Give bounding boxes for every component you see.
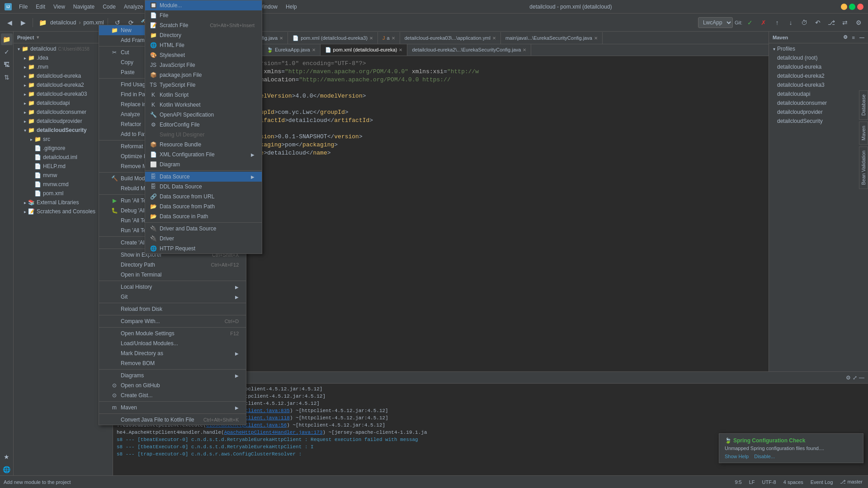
cursor-position[interactable]: 9:5: [733, 479, 743, 485]
sidebar-structure-icon[interactable]: 🏗: [1, 59, 13, 70]
maven-api[interactable]: detailcloudapi: [769, 89, 868, 99]
git-revert[interactable]: ↶: [812, 17, 824, 28]
tree-item-gitignore[interactable]: ▸ 📄 .gitignore: [14, 144, 113, 153]
tree-item-mvnwcmd[interactable]: ▸ 📄 mvnw.cmd: [14, 180, 113, 189]
maven-eureka[interactable]: detailcloud-eureka: [769, 62, 868, 71]
git-check[interactable]: ✓: [744, 17, 756, 28]
sidebar-commit-icon[interactable]: ✓: [1, 46, 13, 58]
tab-close-btn[interactable]: ✕: [392, 36, 395, 41]
sub-datasource-url[interactable]: 🔗 Data Source from URL: [145, 192, 262, 202]
sub-ts[interactable]: TS TypeScript File: [145, 80, 262, 90]
tree-item-help[interactable]: ▸ 📄 HELP.md: [14, 162, 113, 171]
sidebar-favorites-icon[interactable]: ★: [1, 451, 13, 463]
settings-button[interactable]: ⚙: [853, 17, 864, 28]
tree-item-iml[interactable]: ▸ 📄 detailcloud.iml: [14, 153, 113, 162]
event-log[interactable]: Event Log: [809, 479, 835, 485]
disable-link[interactable]: Disable...: [754, 454, 775, 459]
ctx-reload-disk[interactable]: Reload from Disk: [99, 304, 246, 314]
tree-item-scratches[interactable]: ▸ 📝 Scratches and Consoles: [14, 207, 113, 216]
sub-openapi[interactable]: 🔧 OpenAPI Specification: [145, 110, 262, 120]
ctx-compare[interactable]: Compare With... Ctrl+D: [99, 316, 246, 326]
show-help-link[interactable]: Show Help: [725, 454, 749, 459]
git-branch[interactable]: ⎇ master: [838, 479, 864, 485]
sub-http-request[interactable]: 🌐 HTTP Request: [145, 244, 262, 253]
run-config-combo[interactable]: LwcApp: [698, 17, 733, 28]
encoding[interactable]: UTF-8: [760, 479, 778, 485]
sub-resource-bundle[interactable]: 📦 Resource Bundle: [145, 140, 262, 150]
sidebar-project-icon[interactable]: 📁: [1, 33, 13, 45]
tab-close-btn[interactable]: ✕: [279, 36, 283, 41]
tree-item-eureka03[interactable]: ▸ 📁 detailcloud-eureka03: [14, 89, 113, 99]
git-history[interactable]: ⏱: [798, 17, 810, 28]
git-branch[interactable]: ⎇: [826, 17, 837, 28]
vtab-maven[interactable]: Maven: [859, 122, 868, 145]
git-push[interactable]: ↑: [771, 17, 783, 28]
sub-datasource[interactable]: 🗄 Data Source ▶: [145, 172, 262, 182]
tree-item-eureka2[interactable]: ▸ 📁 detailcloud-eureka2: [14, 80, 113, 89]
tree-item-pom[interactable]: ▸ 📄 pom.xml: [14, 189, 113, 198]
menu-help[interactable]: Help: [282, 3, 301, 11]
sidebar-web-icon[interactable]: 🌐: [1, 464, 13, 475]
tab-pom-eureka[interactable]: 📄 pom.xml (detailcloud-eureka) ✕: [321, 44, 408, 56]
ctx-directory-path[interactable]: Directory Path Ctrl+Alt+F12: [99, 260, 246, 270]
sub-xml-config[interactable]: 📄 XML Configuration File ▶: [145, 150, 262, 160]
maven-detailcloud-root[interactable]: detailcloud (root): [769, 53, 868, 62]
tree-item-src[interactable]: ▸ 📁 src: [14, 135, 113, 144]
tab-close-btn[interactable]: ✕: [312, 47, 316, 52]
tree-item-provider[interactable]: ▸ 📁 detailcloudprovider: [14, 117, 113, 126]
vtab-database[interactable]: Database: [859, 90, 868, 120]
tree-item-extlibs[interactable]: ▸ 📚 External Libraries: [14, 198, 113, 207]
tab-close-btn[interactable]: ✕: [369, 36, 373, 41]
tree-item-api[interactable]: ▸ 📁 detailcloudapi: [14, 99, 113, 108]
sub-datasource-in-path[interactable]: 📂 Data Source in Path: [145, 211, 262, 221]
sub-kotlin-worksheet[interactable]: K Kotlin Worksheet: [145, 100, 262, 110]
sub-driver[interactable]: 🔌 Driver: [145, 234, 262, 244]
ctx-load-modules[interactable]: Load/Unload Modules...: [99, 338, 246, 348]
tab-pom-eureka3[interactable]: 📄 pom.xml (detailcloud-eureka3) ✕: [288, 32, 378, 44]
ctx-remove-bom[interactable]: Remove BOM: [99, 358, 246, 368]
sub-scratch-file[interactable]: 📝 Scratch File Ctrl+Alt+Shift+Insert: [145, 20, 262, 30]
git-pull[interactable]: ↓: [785, 17, 797, 28]
menu-navigate[interactable]: Navigate: [70, 3, 98, 11]
tree-item-mvnw[interactable]: ▸ 📄 mvnw: [14, 171, 113, 180]
tree-item-consumer[interactable]: ▸ 📁 detailcloudconsumer: [14, 108, 113, 117]
tab-close-btn[interactable]: ✕: [399, 47, 402, 52]
maven-security[interactable]: detailcloudSecurity: [769, 117, 868, 126]
minimize-button[interactable]: ─: [841, 4, 847, 10]
maven-provider[interactable]: detailcloudprovider: [769, 108, 868, 117]
ctx-git[interactable]: Git ▶: [99, 292, 246, 302]
ctx-github[interactable]: ⊙ Open on GitHub: [99, 380, 246, 390]
maven-profiles[interactable]: ▾ Profiles: [769, 44, 868, 53]
tab-close-btn[interactable]: ✕: [523, 47, 526, 52]
collapse-btn[interactable]: —: [859, 375, 864, 381]
sub-pkg-json[interactable]: 📦 package.json File: [145, 70, 262, 80]
menu-analyze[interactable]: Analyze: [120, 3, 147, 11]
sidebar-pullrequest-icon[interactable]: ⇅: [1, 71, 13, 83]
maven-eureka2[interactable]: detailcloud-eureka2: [769, 71, 868, 80]
maximize-button[interactable]: □: [849, 4, 855, 10]
tab-eureka03-yml[interactable]: detailcloud-eureka03\...\application.yml…: [400, 32, 501, 44]
ctx-local-history[interactable]: Local History ▶: [99, 282, 246, 292]
git-x[interactable]: ✗: [758, 17, 769, 28]
ctx-open-in-terminal[interactable]: Open in Terminal: [99, 270, 246, 280]
indent-info[interactable]: 4 spaces: [782, 479, 805, 485]
ctx-maven[interactable]: m Maven ▶: [99, 403, 246, 413]
ctx-module-settings[interactable]: Open Module Settings F12: [99, 328, 246, 338]
sub-directory[interactable]: 📁 Directory: [145, 30, 262, 40]
tab-close-btn[interactable]: ✕: [594, 36, 598, 41]
menu-edit[interactable]: Edit: [32, 3, 49, 11]
sub-ddl-datasource[interactable]: 🗄 DDL Data Source: [145, 182, 262, 192]
sub-kotlin-script[interactable]: K Kotlin Script: [145, 90, 262, 100]
sub-driver-datasource[interactable]: 🔌 Driver and Data Source: [145, 224, 262, 234]
tree-collapse-arrow[interactable]: ▸: [22, 56, 28, 61]
maven-gear[interactable]: ⚙: [843, 34, 848, 40]
ctx-kotlin-convert[interactable]: Convert Java File to Kotlin File Ctrl+Al…: [99, 415, 246, 425]
tree-item-idea[interactable]: ▸ 📁 .idea: [14, 53, 113, 62]
tab-eureka2-security[interactable]: detailcloud-eureka2\...\EurekaSecurityCo…: [407, 44, 531, 56]
tree-item-eureka[interactable]: ▸ 📁 detailcloud-eureka: [14, 71, 113, 80]
sub-editorconfig[interactable]: ⚙ EditorConfig File: [145, 120, 262, 130]
ctx-gist[interactable]: ⊙ Create Gist...: [99, 390, 246, 400]
tree-expand-arrow[interactable]: ▾: [15, 47, 22, 52]
tree-item-mvn[interactable]: ▸ 📁 .mvn: [14, 62, 113, 71]
menu-file[interactable]: File: [15, 3, 31, 11]
